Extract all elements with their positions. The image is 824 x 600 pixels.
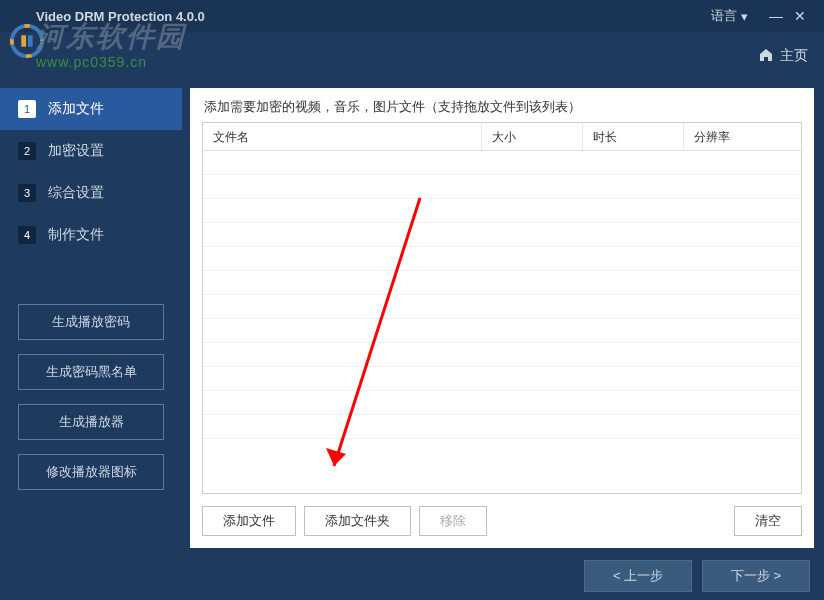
- table-row: [203, 295, 801, 319]
- table-row: [203, 223, 801, 247]
- close-button[interactable]: ✕: [788, 8, 812, 24]
- home-bar: 主页: [0, 32, 824, 80]
- action-bar: 添加文件 添加文件夹 移除 清空: [190, 494, 814, 548]
- col-resolution[interactable]: 分辨率: [684, 123, 801, 150]
- table-row: [203, 319, 801, 343]
- step-encrypt-settings[interactable]: 2 加密设置: [0, 130, 182, 172]
- table-row: [203, 367, 801, 391]
- content-panel: 添加需要加密的视频，音乐，图片文件（支持拖放文件到该列表） 文件名 大小 时长 …: [190, 88, 814, 548]
- titlebar: Video DRM Protection 4.0.0 语言 ▾ — ✕: [0, 0, 824, 32]
- sidebar: 1 添加文件 2 加密设置 3 综合设置 4 制作文件 生成播放密码 生成密码黑…: [0, 80, 182, 552]
- gen-play-code-button[interactable]: 生成播放密码: [18, 304, 164, 340]
- table-row: [203, 271, 801, 295]
- step-add-files[interactable]: 1 添加文件: [0, 88, 182, 130]
- table-row: [203, 151, 801, 175]
- home-icon[interactable]: [758, 47, 774, 66]
- add-folder-button[interactable]: 添加文件夹: [304, 506, 411, 536]
- step-general-settings[interactable]: 3 综合设置: [0, 172, 182, 214]
- gen-code-blacklist-button[interactable]: 生成密码黑名单: [18, 354, 164, 390]
- table-row: [203, 175, 801, 199]
- table-row: [203, 391, 801, 415]
- file-table[interactable]: 文件名 大小 时长 分辨率: [202, 122, 802, 494]
- gen-player-button[interactable]: 生成播放器: [18, 404, 164, 440]
- table-header: 文件名 大小 时长 分辨率: [203, 123, 801, 151]
- minimize-button[interactable]: —: [764, 8, 788, 24]
- table-row: [203, 343, 801, 367]
- step-build-files[interactable]: 4 制作文件: [0, 214, 182, 256]
- language-dropdown[interactable]: 语言 ▾: [711, 7, 748, 25]
- clear-button[interactable]: 清空: [734, 506, 802, 536]
- col-duration[interactable]: 时长: [583, 123, 684, 150]
- home-label[interactable]: 主页: [780, 47, 808, 65]
- remove-button[interactable]: 移除: [419, 506, 487, 536]
- prev-button[interactable]: < 上一步: [584, 560, 692, 592]
- footer: < 上一步 下一步 >: [0, 552, 824, 600]
- change-player-icon-button[interactable]: 修改播放器图标: [18, 454, 164, 490]
- add-file-button[interactable]: 添加文件: [202, 506, 296, 536]
- table-body: [203, 151, 801, 493]
- next-button[interactable]: 下一步 >: [702, 560, 810, 592]
- app-title: Video DRM Protection 4.0.0: [12, 9, 711, 24]
- table-row: [203, 415, 801, 439]
- table-row: [203, 199, 801, 223]
- col-filename[interactable]: 文件名: [203, 123, 482, 150]
- hint-text: 添加需要加密的视频，音乐，图片文件（支持拖放文件到该列表）: [190, 88, 814, 122]
- table-row: [203, 247, 801, 271]
- col-size[interactable]: 大小: [482, 123, 583, 150]
- chevron-down-icon: ▾: [741, 9, 748, 24]
